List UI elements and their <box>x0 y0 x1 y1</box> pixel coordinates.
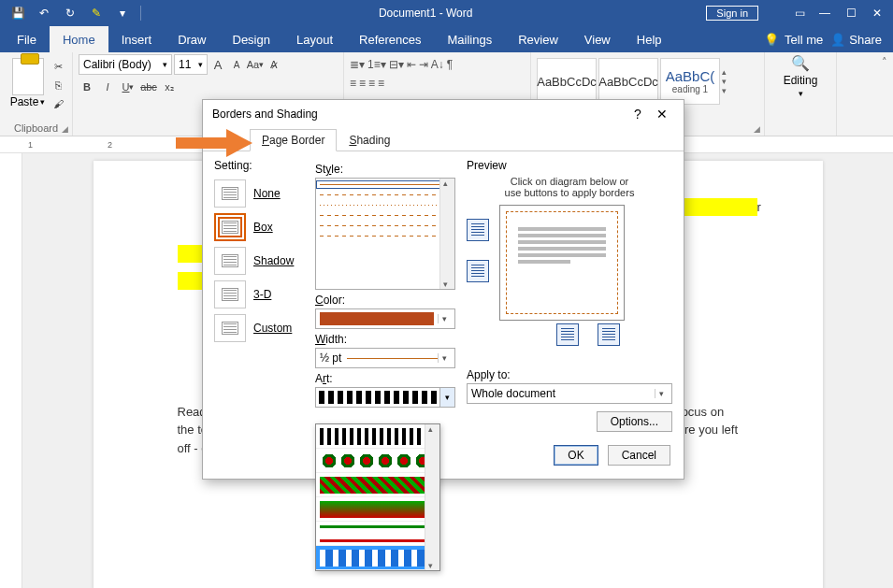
undo-icon[interactable]: ↶ <box>32 1 56 25</box>
art-option[interactable] <box>316 522 439 546</box>
redo-icon[interactable]: ↻ <box>58 1 82 25</box>
tab-references[interactable]: References <box>346 26 434 52</box>
art-option[interactable] <box>316 473 439 497</box>
art-select[interactable]: ▾ <box>315 387 455 408</box>
align-left-icon[interactable]: ≡ <box>350 77 356 90</box>
highlighter-icon[interactable]: ✎ <box>84 1 108 25</box>
font-size-select[interactable]: 11▾ <box>174 54 208 75</box>
setting-none[interactable]: None <box>214 179 304 208</box>
style-heading1[interactable]: AaBbC(eading 1 <box>660 58 720 105</box>
maximize-icon[interactable]: ☐ <box>839 1 863 25</box>
dialog-close-icon[interactable]: ✕ <box>650 107 674 122</box>
preview-page[interactable] <box>506 211 618 314</box>
collapse-ribbon-icon[interactable]: ˄ <box>882 56 887 68</box>
chevron-down-icon: ▾ <box>655 389 668 398</box>
tab-view[interactable]: View <box>571 26 624 52</box>
qat-customize-icon[interactable]: ▾ <box>110 1 135 25</box>
find-icon[interactable]: 🔍 <box>791 54 810 72</box>
tab-file[interactable]: File <box>4 26 50 52</box>
tab-draw[interactable]: Draw <box>165 26 219 52</box>
close-icon[interactable]: ✕ <box>865 1 889 25</box>
italic-button[interactable]: I <box>99 79 116 95</box>
style-nospacing[interactable]: AaBbCcDc <box>598 58 658 105</box>
style-list[interactable] <box>315 178 455 290</box>
increase-indent-icon[interactable]: ⇥ <box>419 58 428 71</box>
ok-button[interactable]: OK <box>554 445 598 466</box>
paste-icon[interactable] <box>12 58 44 95</box>
save-icon[interactable]: 💾 <box>6 1 30 25</box>
tab-shading[interactable]: Shading <box>337 129 402 151</box>
applyto-select[interactable]: Whole document▾ <box>467 383 672 404</box>
bullets-icon[interactable]: ≣▾ <box>350 58 365 71</box>
format-painter-icon[interactable]: 🖌 <box>50 95 66 112</box>
width-select[interactable]: ½ pt▾ <box>315 348 455 368</box>
style-option[interactable] <box>320 236 451 237</box>
art-dropdown-list[interactable] <box>315 423 440 571</box>
sign-in-button[interactable]: Sign in <box>706 6 758 21</box>
setting-custom[interactable]: Custom <box>214 314 304 342</box>
color-select[interactable]: ▾ <box>315 308 455 329</box>
underline-button[interactable]: U▾ <box>120 79 137 95</box>
style-option[interactable] <box>320 194 451 195</box>
style-option[interactable] <box>320 205 451 206</box>
minimize-icon[interactable]: — <box>813 1 837 25</box>
preview-left-border-button[interactable] <box>556 323 579 346</box>
styles-scroll-up-icon[interactable]: ▴ <box>722 67 727 77</box>
styles-scroll-down-icon[interactable]: ▾ <box>722 77 727 86</box>
tab-home[interactable]: Home <box>50 26 108 52</box>
ribbon-display-options-icon[interactable]: ▭ <box>788 7 811 20</box>
multilevel-icon[interactable]: ⊟▾ <box>389 58 404 71</box>
numbering-icon[interactable]: 1≡▾ <box>367 58 386 71</box>
styles-launcher-icon[interactable]: ◢ <box>754 124 760 134</box>
editing-dropdown-icon[interactable]: ▾ <box>799 89 803 98</box>
tab-design[interactable]: Design <box>220 26 283 52</box>
style-normal[interactable]: AaBbCcDc <box>537 58 597 105</box>
grow-font-icon[interactable]: A <box>209 56 226 73</box>
align-center-icon[interactable]: ≡ <box>359 77 366 90</box>
justify-icon[interactable]: ≡ <box>378 77 384 90</box>
vertical-ruler[interactable] <box>0 153 22 588</box>
tab-layout[interactable]: Layout <box>283 26 346 52</box>
font-name-select[interactable]: Calibri (Body)▾ <box>79 54 172 75</box>
strikethrough-button[interactable]: abc <box>140 79 157 95</box>
clear-formatting-icon[interactable]: A̷ <box>266 56 282 73</box>
decrease-indent-icon[interactable]: ⇤ <box>407 58 416 71</box>
change-case-icon[interactable]: Aa▾ <box>247 56 264 73</box>
preview-right-border-button[interactable] <box>598 323 620 346</box>
preview-top-border-button[interactable] <box>467 219 489 241</box>
shrink-font-icon[interactable]: A <box>228 56 245 73</box>
art-scrollbar[interactable] <box>425 424 439 570</box>
cut-icon[interactable]: ✂ <box>50 58 66 75</box>
share-button[interactable]: 👤 Share <box>830 33 882 47</box>
cancel-button[interactable]: Cancel <box>608 445 670 466</box>
tab-insert[interactable]: Insert <box>108 26 166 52</box>
style-scrollbar[interactable] <box>439 179 454 289</box>
tab-mailings[interactable]: Mailings <box>435 26 506 52</box>
art-option-selected[interactable] <box>316 546 439 570</box>
tell-me-search[interactable]: 💡 Tell me <box>764 33 823 47</box>
show-marks-icon[interactable]: ¶ <box>447 58 453 71</box>
setting-box[interactable]: Box <box>214 213 304 241</box>
tab-review[interactable]: Review <box>505 26 571 52</box>
art-option[interactable] <box>316 424 439 449</box>
paste-button[interactable]: Paste▾ <box>10 95 46 108</box>
styles-more-icon[interactable]: ▾ <box>722 86 727 95</box>
art-option[interactable] <box>316 449 439 473</box>
sort-icon[interactable]: A↓ <box>431 58 444 71</box>
style-option[interactable] <box>320 215 451 216</box>
align-right-icon[interactable]: ≡ <box>368 77 375 90</box>
art-option[interactable] <box>316 497 439 522</box>
bold-button[interactable]: B <box>79 79 95 95</box>
style-option[interactable] <box>320 225 451 226</box>
setting-shadow[interactable]: Shadow <box>214 247 304 275</box>
tab-page-border[interactable]: Page Border <box>250 129 337 151</box>
tab-help[interactable]: Help <box>624 26 675 52</box>
clipboard-launcher-icon[interactable]: ◢ <box>62 124 68 134</box>
subscript-button[interactable]: x₂ <box>161 79 178 95</box>
dialog-help-icon[interactable]: ? <box>626 107 650 122</box>
copy-icon[interactable]: ⎘ <box>50 77 66 93</box>
setting-3d[interactable]: 3-D <box>214 280 304 308</box>
style-option[interactable] <box>320 184 451 185</box>
preview-bottom-border-button[interactable] <box>467 260 489 282</box>
options-button[interactable]: Options... <box>597 411 672 432</box>
